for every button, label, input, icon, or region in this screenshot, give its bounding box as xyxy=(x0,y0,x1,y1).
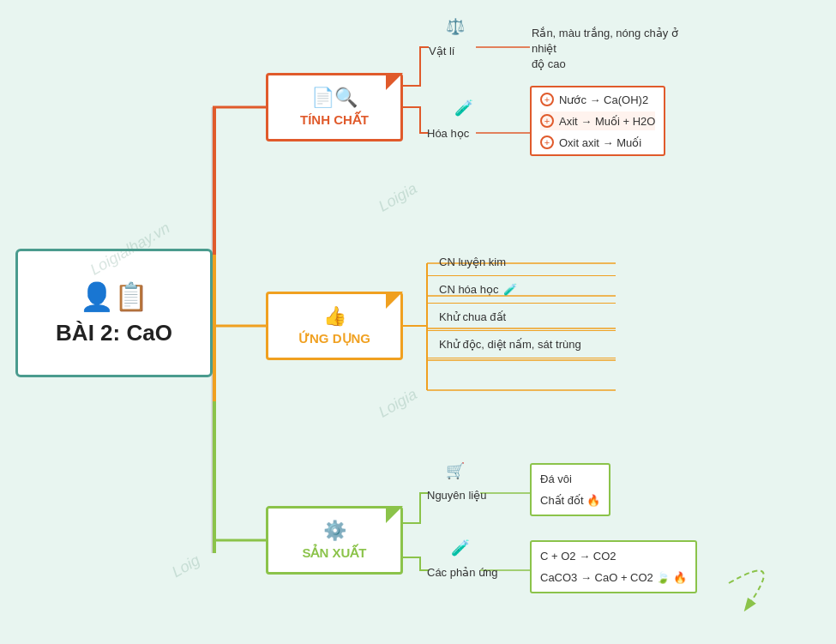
plus-icon-3: + xyxy=(540,135,554,149)
vat-li-label: Vật lí xyxy=(429,45,454,57)
pu-item-1: C + O2 → CO2 xyxy=(540,547,687,565)
vat-li-text: Rắn, màu trắng, nóng chảy ở nhiệtđộ cao xyxy=(532,26,703,73)
reaction-item-3: + Oxit axit → Muối xyxy=(540,135,655,149)
hoa-hoc-label: Hóa học xyxy=(427,127,469,140)
san-xuat-title: SẢN XUẤT xyxy=(302,545,366,561)
main-container: 👤📋 BÀI 2: CaO 📄🔍 TÍNH CHẤT 👍 ỨNG DỤNG ⚙️… xyxy=(0,0,836,644)
nl-text-1: Đá vôi xyxy=(540,472,572,485)
trunk-line xyxy=(213,107,216,553)
vat-li-description: Rắn, màu trắng, nóng chảy ở nhiệtđộ cao xyxy=(532,27,678,70)
phan-ung-box: C + O2 → CO2 CaCO3 → CaO + CO2 🍃 🔥 xyxy=(530,540,697,593)
reaction-text-3: Oxit axit → Muối xyxy=(559,136,641,149)
watermark-3: Loigia xyxy=(376,385,420,421)
cac-phan-ung-icon: 🧪 xyxy=(451,539,470,557)
central-node: 👤📋 BÀI 2: CaO xyxy=(15,249,213,377)
ung-dung-icon: 👍 xyxy=(323,305,346,328)
san-xuat-box: ⚙️ SẢN XUẤT xyxy=(266,506,403,575)
reaction-item-1: + Nước → Ca(OH)2 xyxy=(540,93,655,106)
reaction-text-1: Nước → Ca(OH)2 xyxy=(559,93,648,106)
tinh-chat-box: 📄🔍 TÍNH CHẤT xyxy=(266,73,403,141)
ung-dung-items: CN luyện kim CN hóa học 🧪 Khử chua đất K… xyxy=(427,249,616,358)
pu-text-1: C + O2 → CO2 xyxy=(540,550,616,563)
plus-icon-1: + xyxy=(540,93,554,106)
ung-dung-box: 👍 ỨNG DỤNG xyxy=(266,292,403,360)
pu-item-2: CaCO3 → CaO + CO2 🍃 🔥 xyxy=(540,569,687,587)
nguyen-lieu-label: Nguyên liệu xyxy=(427,489,486,502)
pu-text-2: CaCO3 → CaO + CO2 🍃 🔥 xyxy=(540,571,687,584)
central-title: BÀI 2: CaO xyxy=(56,320,172,346)
reaction-text-2: Axit → Muối + H2O xyxy=(559,115,655,128)
vat-li-icon: ⚖️ xyxy=(446,17,465,36)
ud-item-3: Khử chua đất xyxy=(427,304,616,331)
hoa-hoc-reactions-box: + Nước → Ca(OH)2 + Axit → Muối + H2O + O… xyxy=(530,86,665,156)
nguyen-lieu-icon: 🛒 xyxy=(446,461,465,480)
hoa-hoc-icon: 🧪 xyxy=(454,99,473,117)
ud-item-1: CN luyện kim xyxy=(427,249,616,276)
cac-phan-ung-label: Các phản ứng xyxy=(427,566,498,579)
nguyen-lieu-box: Đá vôi Chất đốt 🔥 xyxy=(530,463,610,516)
central-icon: 👤📋 xyxy=(80,280,148,313)
reaction-item-2: + Axit → Muối + H2O xyxy=(540,111,655,130)
ung-dung-title: ỨNG DỤNG xyxy=(298,331,370,346)
nl-item-2: Chất đốt 🔥 xyxy=(540,491,600,509)
tinh-chat-icon: 📄🔍 xyxy=(311,87,358,109)
tinh-chat-title: TÍNH CHẤT xyxy=(300,112,369,128)
ud-item-4: Khử độc, diệt nấm, sát trùng xyxy=(427,331,616,358)
ud-item-2: CN hóa học 🧪 xyxy=(427,276,616,304)
watermark-4: Loig xyxy=(169,551,203,581)
nl-text-2: Chất đốt 🔥 xyxy=(540,494,600,507)
nl-item-1: Đá vôi xyxy=(540,470,600,488)
san-xuat-icon: ⚙️ xyxy=(323,520,346,542)
plus-icon-2: + xyxy=(540,114,554,128)
watermark-2: Loigia xyxy=(376,179,420,215)
